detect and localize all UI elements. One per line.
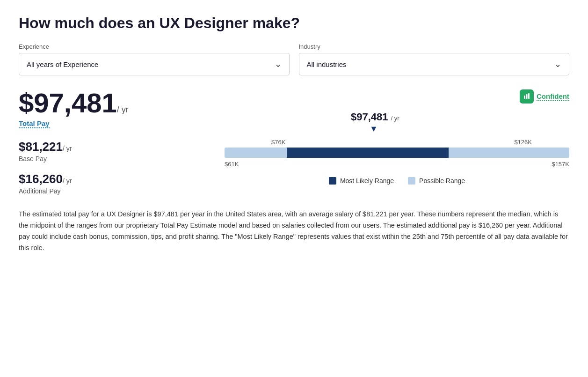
additional-pay-amount: $16,260/ yr (19, 172, 206, 186)
possible-range-legend: Possible Range (408, 177, 465, 185)
experience-value: All years of Experience (27, 60, 98, 68)
range-high-label: $126K (514, 139, 532, 146)
right-panel: Confident $97,481 / yr ▼ $76K $126K $61K (215, 89, 569, 198)
svg-rect-1 (526, 94, 528, 99)
likely-range-legend: Most Likely Range (329, 177, 394, 185)
pay-breakdown: $81,221/ yr Base Pay $16,260/ yr Additio… (19, 140, 206, 195)
total-pay-amount: $97,481 (19, 88, 117, 118)
total-pay-label[interactable]: Total Pay (19, 119, 50, 128)
confident-label[interactable]: Confident (537, 92, 569, 101)
description-text: The estimated total pay for a UX Designe… (19, 209, 569, 254)
industry-filter-group: Industry All industries ⌄ (299, 43, 570, 75)
experience-label: Experience (19, 43, 290, 50)
bar-right-possible (449, 148, 569, 158)
bar-left-possible (225, 148, 287, 158)
filters-row: Experience All years of Experience ⌄ Ind… (19, 43, 569, 75)
additional-pay-suffix: / yr (63, 177, 72, 185)
median-amount: $97,481 (351, 111, 388, 123)
max-label: $157K (552, 161, 569, 168)
likely-range-icon (329, 177, 336, 185)
total-pay-section: $97,481/ yr Total Pay (19, 89, 206, 140)
range-low-label: $76K (271, 139, 285, 146)
industry-value: All industries (307, 60, 347, 68)
industry-chevron-icon: ⌄ (554, 59, 561, 69)
median-row: $97,481 / yr (225, 111, 569, 123)
additional-pay-row: $16,260/ yr Additional Pay (19, 172, 206, 195)
main-content: $97,481/ yr Total Pay $81,221/ yr Base P… (19, 89, 569, 200)
svg-rect-2 (528, 93, 530, 99)
left-panel: $97,481/ yr Total Pay $81,221/ yr Base P… (19, 89, 215, 200)
chart-area: $97,481 / yr ▼ $76K $126K $61K $157K (225, 111, 569, 185)
total-pay-suffix: / yr (117, 105, 129, 114)
total-pay-amount-row: $97,481/ yr (19, 89, 206, 117)
base-pay-label: Base Pay (19, 155, 206, 163)
median-suffix: / yr (391, 115, 399, 122)
base-pay-row: $81,221/ yr Base Pay (19, 140, 206, 163)
salary-bar (225, 148, 569, 158)
range-labels-top: $76K $126K (225, 139, 569, 146)
possible-range-label: Possible Range (419, 177, 465, 185)
svg-rect-0 (524, 96, 525, 99)
experience-filter-group: Experience All years of Experience ⌄ (19, 43, 290, 75)
base-pay-suffix: / yr (63, 145, 72, 152)
base-pay-amount: $81,221/ yr (19, 140, 206, 154)
industry-label: Industry (299, 43, 570, 50)
experience-chevron-icon: ⌄ (275, 59, 282, 69)
confident-badge: Confident (225, 89, 569, 103)
range-labels-bottom: $61K $157K (225, 161, 569, 168)
bar-middle-likely (287, 148, 449, 158)
median-arrow: ▼ (225, 124, 569, 134)
additional-pay-label: Additional Pay (19, 187, 206, 195)
possible-range-icon (408, 177, 415, 185)
likely-range-label: Most Likely Range (340, 177, 394, 185)
page-title: How much does an UX Designer make? (19, 14, 569, 32)
legend: Most Likely Range Possible Range (225, 177, 569, 185)
experience-dropdown[interactable]: All years of Experience ⌄ (19, 53, 290, 75)
confident-icon (520, 89, 534, 103)
min-label: $61K (225, 161, 239, 168)
median-section: $97,481 / yr ▼ (225, 111, 569, 135)
industry-dropdown[interactable]: All industries ⌄ (299, 53, 570, 75)
